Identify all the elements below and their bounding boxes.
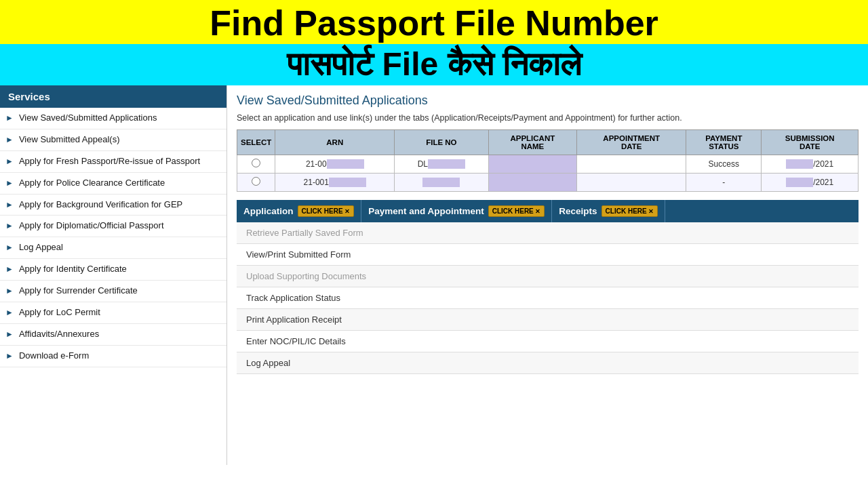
chevron-right-icon: ► (5, 329, 14, 339)
tab-application[interactable]: Application CLICK HERE (237, 200, 361, 222)
name-cell-2 (488, 173, 577, 191)
col-appointment: APPOINTMENTDATE (577, 129, 686, 155)
col-payment: PAYMENTSTATUS (686, 129, 762, 155)
sidebar-item-label: Apply for Diplomatic/Official Passport (19, 220, 164, 232)
chevron-right-icon: ► (5, 113, 14, 123)
col-submission: SUBMISSIONDATE (762, 129, 859, 155)
appointment-cell-1 (577, 155, 686, 173)
action-list: Retrieve Partially Saved Form View/Print… (237, 222, 859, 374)
chevron-right-icon: ► (5, 157, 14, 166)
fileno-cell-1: DL (395, 155, 488, 173)
chevron-right-icon: ► (5, 243, 14, 252)
sidebar-item-view-saved[interactable]: ► View Saved/Submitted Applications (0, 108, 226, 129)
sidebar-item-label: Apply for Fresh Passport/Re-issue of Pas… (19, 156, 200, 167)
action-upload: Upload Supporting Documents (237, 266, 859, 287)
tabs-bar: Application CLICK HERE Payment and Appoi… (237, 200, 859, 222)
sidebar-item-label: Apply for Police Clearance Certificate (19, 178, 165, 189)
main-layout: Services ► View Saved/Submitted Applicat… (0, 85, 868, 465)
sidebar-item-view-appeal[interactable]: ► View Submitted Appeal(s) (0, 129, 226, 151)
sidebar-item-loc[interactable]: ► Apply for LoC Permit (0, 302, 226, 324)
submission-blurred-1 (786, 159, 813, 169)
appointment-cell-2 (577, 173, 686, 191)
tab-payment-btn[interactable]: CLICK HERE (488, 205, 545, 217)
sidebar-item-identity[interactable]: ► Apply for Identity Certificate (0, 259, 226, 281)
sidebar-item-label: View Saved/Submitted Applications (19, 113, 157, 124)
sidebar-item-eform[interactable]: ► Download e-Form (0, 346, 226, 367)
submission-cell-2: /2021 (762, 173, 859, 191)
tab-receipts-btn[interactable]: CLICK HERE (601, 205, 658, 217)
sidebar: Services ► View Saved/Submitted Applicat… (0, 85, 227, 465)
file-blurred-1 (428, 159, 465, 169)
sidebar-item-label: Log Appeal (19, 242, 63, 253)
sidebar-item-background[interactable]: ► Apply for Background Verification for … (0, 195, 226, 216)
applications-table: SELECT ARN FILE NO APPLICANTNAME APPOINT… (237, 129, 859, 192)
submission-blurred-2 (786, 178, 813, 187)
select-radio-cell[interactable] (237, 155, 275, 173)
chevron-right-icon: ► (5, 200, 14, 209)
select-radio-cell-2[interactable] (237, 173, 275, 191)
chevron-right-icon: ► (5, 264, 14, 274)
action-noc[interactable]: Enter NOC/PIL/IC Details (237, 331, 859, 352)
col-fileno: FILE NO (395, 129, 488, 155)
file-blurred-2 (422, 178, 460, 187)
col-applicant: APPLICANTNAME (488, 129, 577, 155)
sidebar-item-affidavits[interactable]: ► Affidavits/Annexures (0, 324, 226, 346)
sidebar-item-label: View Submitted Appeal(s) (19, 134, 120, 146)
sidebar-item-log-appeal[interactable]: ► Log Appeal (0, 237, 226, 259)
submission-cell-1: /2021 (762, 155, 859, 173)
app-select-radio-2[interactable] (252, 177, 260, 186)
arn-cell-1: 21-00 (275, 155, 395, 173)
chevron-right-icon: ► (5, 286, 14, 296)
arn-blurred-2 (329, 178, 366, 187)
tab-payment[interactable]: Payment and Appointment CLICK HERE (361, 200, 552, 222)
chevron-right-icon: ► (5, 178, 14, 188)
sidebar-header: Services (0, 85, 226, 108)
payment-cell-1: Success (686, 155, 762, 173)
content-area: View Saved/Submitted Applications Select… (227, 85, 868, 465)
chevron-right-icon: ► (5, 135, 14, 144)
action-track[interactable]: Track Application Status (237, 287, 859, 309)
tab-receipts-label: Receipts (559, 206, 597, 216)
content-description: Select an application and use link(s) un… (237, 113, 859, 123)
sidebar-item-surrender[interactable]: ► Apply for Surrender Certificate (0, 281, 226, 302)
sidebar-item-fresh-passport[interactable]: ► Apply for Fresh Passport/Re-issue of P… (0, 151, 226, 173)
banner-subtitle: पासपोर्ट File कैसे निकाले (7, 47, 861, 83)
action-log-appeal[interactable]: Log Appeal (237, 352, 859, 374)
banner-subtitle-bar: पासपोर्ट File कैसे निकाले (0, 44, 868, 85)
tab-receipts[interactable]: Receipts CLICK HERE (552, 200, 665, 222)
col-select: SELECT (237, 129, 275, 155)
col-arn: ARN (275, 129, 395, 155)
payment-cell-2: - (686, 173, 762, 191)
table-row: 21-00 DL Success /2021 (237, 155, 859, 173)
chevron-right-icon: ► (5, 351, 14, 361)
sidebar-item-police-cert[interactable]: ► Apply for Police Clearance Certificate (0, 173, 226, 195)
arn-blurred-1 (327, 159, 364, 169)
tab-application-btn[interactable]: CLICK HERE (298, 205, 355, 217)
chevron-right-icon: ► (5, 221, 14, 230)
app-select-radio-1[interactable] (252, 159, 260, 167)
banner: Find Passport File Number (0, 0, 868, 44)
banner-title: Find Passport File Number (7, 4, 861, 43)
action-print-receipt[interactable]: Print Application Receipt (237, 309, 859, 331)
fileno-cell-2 (395, 173, 488, 191)
sidebar-item-label: Apply for Background Verification for GE… (19, 199, 182, 211)
action-view-print[interactable]: View/Print Submitted Form (237, 244, 859, 266)
action-retrieve: Retrieve Partially Saved Form (237, 222, 859, 244)
sidebar-item-label: Apply for LoC Permit (19, 307, 100, 319)
sidebar-item-label: Affidavits/Annexures (19, 329, 99, 340)
content-title: View Saved/Submitted Applications (237, 94, 859, 108)
tab-application-label: Application (243, 206, 294, 216)
sidebar-item-label: Apply for Surrender Certificate (19, 285, 138, 297)
sidebar-item-label: Download e-Form (19, 350, 89, 362)
sidebar-item-diplomatic[interactable]: ► Apply for Diplomatic/Official Passport (0, 216, 226, 237)
table-row: 21-001 - /2021 (237, 173, 859, 191)
arn-cell-2: 21-001 (275, 173, 395, 191)
sidebar-item-label: Apply for Identity Certificate (19, 264, 127, 275)
chevron-right-icon: ► (5, 308, 14, 317)
name-cell-1 (488, 155, 577, 173)
tab-payment-label: Payment and Appointment (368, 206, 484, 216)
